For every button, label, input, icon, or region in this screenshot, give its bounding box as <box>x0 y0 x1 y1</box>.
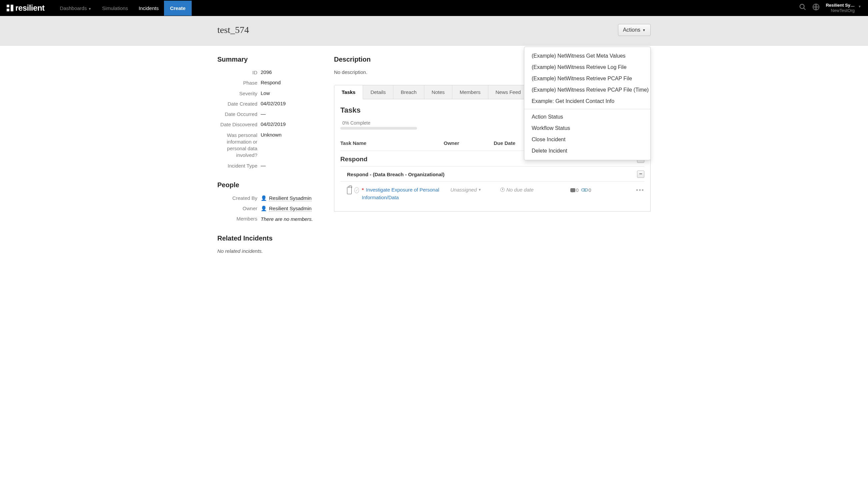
svg-line-4 <box>804 8 806 10</box>
task-attachments[interactable]: 🔗0 <box>581 187 591 193</box>
caret-down-icon: ▼ <box>88 7 91 11</box>
nav-incidents[interactable]: Incidents <box>133 1 164 15</box>
logo-text: resilient <box>16 3 45 13</box>
action-netwitness-pcap-time[interactable]: (Example) NetWitness Retrieve PCAP File … <box>524 84 650 96</box>
nav-simulations[interactable]: Simulations <box>97 1 133 15</box>
nav-right: Resilient Sy… NewTestOrg ▼ <box>799 3 861 13</box>
clipboard-icon <box>347 187 352 194</box>
summary-severity-label: Severity <box>217 90 261 97</box>
related-heading: Related Incidents <box>217 234 317 242</box>
globe-icon[interactable] <box>812 3 820 13</box>
task-flags-cell: 0 🔗0 <box>570 186 614 193</box>
close-incident[interactable]: Close Incident <box>524 134 650 145</box>
actions-dropdown: (Example) NetWitness Get Meta Values (Ex… <box>524 46 651 160</box>
summary-phase-label: Phase <box>217 80 261 86</box>
progress-label: 0% Complete <box>342 120 542 126</box>
summary-discovered-label: Date Discovered <box>217 121 261 128</box>
page-header: test_574 Actions ▼ (Example) NetWitness … <box>0 16 868 46</box>
tab-tasks[interactable]: Tasks <box>334 85 363 99</box>
task-actions-menu[interactable]: ••• <box>614 186 644 194</box>
system-name: Resilient Sy… <box>826 3 855 8</box>
summary-id-label: ID <box>217 69 261 76</box>
task-subphase-row: Respond - (Data Breach - Organizational)… <box>340 167 644 181</box>
summary-phase-value: Respond <box>261 80 317 86</box>
action-netwitness-meta[interactable]: (Example) NetWitness Get Meta Values <box>524 50 650 62</box>
col-owner: Owner <box>444 140 494 146</box>
people-members-label: Members <box>217 216 261 222</box>
svg-rect-0 <box>7 5 9 7</box>
org-name: NewTestOrg <box>826 8 855 13</box>
summary-occurred-label: Date Occurred <box>217 111 261 118</box>
clock-icon <box>500 188 505 192</box>
action-netwitness-pcap[interactable]: (Example) NetWitness Retrieve PCAP File <box>524 73 650 84</box>
summary-severity-value: Low <box>261 90 317 97</box>
nav-dashboards[interactable]: Dashboards▼ <box>55 1 97 15</box>
caret-down-icon: ▼ <box>642 28 646 32</box>
left-column: Summary ID2096 PhaseRespond SeverityLow … <box>217 56 317 254</box>
people-createdby-label: Created By <box>217 195 261 201</box>
task-complete-toggle[interactable]: ✓ <box>354 187 359 193</box>
summary-discovered-value: 04/02/2019 <box>261 121 317 128</box>
tab-notes[interactable]: Notes <box>424 85 452 99</box>
progress-bar <box>340 127 417 129</box>
nav-create[interactable]: Create <box>164 1 192 15</box>
summary-pii-label: Was personal information or personal dat… <box>217 132 261 159</box>
incident-title: test_574 <box>217 25 249 35</box>
task-title-cell: * Investigate Exposure of Personal Infor… <box>362 186 450 201</box>
tab-members[interactable]: Members <box>452 85 488 99</box>
task-due-cell: No due date <box>500 186 570 192</box>
summary-pii-value: Unknown <box>261 132 317 159</box>
summary-type-label: Incident Type <box>217 163 261 169</box>
summary-occurred-value: — <box>261 111 317 118</box>
action-netwitness-log[interactable]: (Example) NetWitness Retrieve Log File <box>524 62 650 73</box>
tab-details[interactable]: Details <box>363 85 393 99</box>
search-icon[interactable] <box>799 3 806 13</box>
task-due-value: No due date <box>506 187 534 192</box>
nav-dashboards-label: Dashboards <box>60 5 87 11</box>
user-icon: 👤 <box>261 206 267 211</box>
tab-breach[interactable]: Breach <box>393 85 424 99</box>
task-comments[interactable]: 0 <box>570 188 579 193</box>
task-comments-count: 0 <box>576 188 579 193</box>
summary-created-value: 04/02/2019 <box>261 101 317 107</box>
attachment-icon: 🔗 <box>580 186 589 195</box>
collapse-subphase-button[interactable]: − <box>637 170 644 178</box>
people-heading: People <box>217 181 317 189</box>
logo-icon <box>7 5 13 11</box>
required-star-icon: * <box>362 187 364 192</box>
actions-button[interactable]: Actions ▼ <box>618 24 651 36</box>
people-createdby-value[interactable]: Resilient Sysadmin <box>269 195 312 201</box>
svg-rect-1 <box>11 5 13 11</box>
comment-icon <box>570 188 575 192</box>
svg-rect-2 <box>7 9 9 11</box>
related-text: No related incidents. <box>217 248 317 254</box>
summary-id-value: 2096 <box>261 69 317 76</box>
user-icon: 👤 <box>261 195 267 201</box>
delete-incident[interactable]: Delete Incident <box>524 145 650 157</box>
caret-down-icon: ▼ <box>858 5 861 9</box>
action-status[interactable]: Action Status <box>524 111 650 123</box>
task-link[interactable]: Investigate Exposure of Personal Informa… <box>362 187 439 200</box>
top-nav: resilient Dashboards▼ Simulations Incide… <box>0 0 868 16</box>
tab-news-feed[interactable]: News Feed <box>488 85 529 99</box>
org-selector[interactable]: Resilient Sy… NewTestOrg ▼ <box>826 3 861 13</box>
task-owner-value: Unassigned <box>450 187 477 192</box>
svg-point-3 <box>800 4 804 9</box>
people-members-value: There are no members. <box>261 216 317 222</box>
action-contact-info[interactable]: Example: Get Incident Contact Info <box>524 96 650 107</box>
people-owner-value[interactable]: Resilient Sysadmin <box>269 206 312 211</box>
primary-nav: Dashboards▼ Simulations Incidents Create <box>55 1 192 15</box>
actions-button-label: Actions <box>623 27 640 33</box>
task-owner-cell[interactable]: Unassigned ▼ <box>450 186 500 192</box>
task-subphase-label: Respond - (Data Breach - Organizational) <box>347 171 637 177</box>
workflow-status[interactable]: Workflow Status <box>524 123 650 134</box>
summary-type-value: — <box>261 163 317 169</box>
summary-created-label: Date Created <box>217 101 261 107</box>
people-owner-label: Owner <box>217 205 261 212</box>
logo[interactable]: resilient <box>7 3 45 13</box>
col-task-name: Task Name <box>340 140 444 146</box>
task-row: ✓ * Investigate Exposure of Personal Inf… <box>340 181 644 205</box>
summary-heading: Summary <box>217 56 317 63</box>
caret-down-icon: ▼ <box>478 188 481 191</box>
